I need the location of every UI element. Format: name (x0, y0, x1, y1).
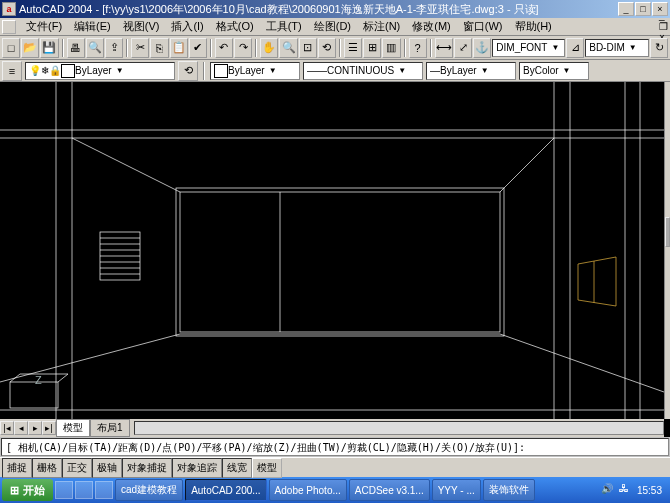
menu-help[interactable]: 帮助(H) (509, 18, 558, 35)
menubar: 文件(F) 编辑(E) 视图(V) 插入(I) 格式(O) 工具(T) 绘图(D… (0, 18, 670, 36)
paste-icon[interactable]: 📋 (170, 38, 188, 58)
undo-icon[interactable]: ↶ (215, 38, 233, 58)
status-osnap[interactable]: 对象捕捉 (122, 458, 172, 478)
titlebar: a AutoCAD 2004 - [f:\yy\ys1\2006年\2006年1… (0, 0, 670, 18)
status-ortho[interactable]: 正交 (62, 458, 92, 478)
color-swatch (214, 64, 228, 78)
tab-next-button[interactable]: ▸ (28, 421, 42, 435)
redo-icon[interactable]: ↷ (234, 38, 252, 58)
tab-prev-button[interactable]: ◂ (14, 421, 28, 435)
tab-last-button[interactable]: ▸| (42, 421, 56, 435)
menu-dimension[interactable]: 标注(N) (357, 18, 406, 35)
cut-icon[interactable]: ✂ (131, 38, 149, 58)
help-icon[interactable]: ? (409, 38, 427, 58)
minimize-button[interactable]: _ (618, 2, 634, 16)
taskbar-item-autocad[interactable]: AutoCAD 200... (185, 479, 266, 501)
zoom-previous-icon[interactable]: ⟲ (318, 38, 336, 58)
system-tray: 🔊 🖧 15:53 (595, 483, 668, 497)
dimstyle2-combo[interactable]: BD-DIM▼ (585, 39, 649, 57)
designcenter-icon[interactable]: ⊞ (363, 38, 381, 58)
windows-taskbar: ⊞ 开始 cad建模教程 AutoCAD 200... Adobe Photo.… (0, 477, 670, 503)
scrollbar-thumb[interactable] (665, 217, 670, 247)
menu-file[interactable]: 文件(F) (20, 18, 68, 35)
mdi-restore-button[interactable]: ❐ (659, 21, 668, 32)
status-lwt[interactable]: 线宽 (222, 458, 252, 478)
save-icon[interactable]: 💾 (40, 38, 58, 58)
status-model[interactable]: 模型 (252, 458, 282, 478)
dim-update-icon[interactable]: ↻ (650, 38, 668, 58)
menu-insert[interactable]: 插入(I) (165, 18, 209, 35)
lock-icon: 🔒 (49, 65, 61, 76)
dim-linear-icon[interactable]: ⟷ (435, 38, 453, 58)
plotstyle-combo[interactable]: ByColor▼ (519, 62, 589, 80)
menu-draw[interactable]: 绘图(D) (308, 18, 357, 35)
mdi-minimize-button[interactable]: _ (659, 10, 668, 21)
properties-icon[interactable]: ☰ (344, 38, 362, 58)
layer-combo[interactable]: 💡 ❄ 🔒 ByLayer ▼ (25, 62, 175, 80)
svg-rect-14 (180, 192, 500, 332)
quicklaunch-desktop-icon[interactable] (75, 481, 93, 499)
print-icon[interactable]: 🖶 (67, 38, 85, 58)
model-viewport[interactable]: Z (0, 82, 664, 419)
tray-volume-icon[interactable]: 🔊 (601, 483, 615, 497)
maximize-button[interactable]: □ (635, 2, 651, 16)
menu-modify[interactable]: 修改(M) (406, 18, 457, 35)
horizontal-scrollbar[interactable] (134, 421, 664, 435)
layer-name: ByLayer (75, 65, 112, 76)
vertical-scrollbar[interactable] (664, 82, 670, 419)
start-button[interactable]: ⊞ 开始 (2, 479, 53, 501)
ucs-z-label: Z (35, 374, 42, 386)
menu-tools[interactable]: 工具(T) (260, 18, 308, 35)
svg-line-10 (500, 334, 664, 392)
tab-model[interactable]: 模型 (56, 419, 90, 437)
open-icon[interactable]: 📂 (21, 38, 39, 58)
linetype-combo[interactable]: —— CONTINUOUS▼ (303, 62, 423, 80)
tab-layout1[interactable]: 布局1 (90, 419, 130, 437)
taskbar-item-photoshop[interactable]: Adobe Photo... (269, 479, 347, 501)
menu-edit[interactable]: 编辑(E) (68, 18, 117, 35)
layer-previous-icon[interactable]: ⟲ (178, 61, 198, 81)
tray-network-icon[interactable]: 🖧 (619, 483, 633, 497)
tab-first-button[interactable]: |◂ (0, 421, 14, 435)
taskbar-item-acdsee[interactable]: ACDSee v3.1... (349, 479, 430, 501)
menu-format[interactable]: 格式(O) (210, 18, 260, 35)
menu-view[interactable]: 视图(V) (117, 18, 166, 35)
dim-anchor-icon[interactable]: ⚓ (473, 38, 491, 58)
lightbulb-icon: 💡 (29, 65, 41, 76)
mdi-icon[interactable] (2, 20, 16, 34)
app-icon: a (2, 2, 16, 16)
publish-icon[interactable]: ⇪ (105, 38, 123, 58)
pan-icon[interactable]: ✋ (260, 38, 278, 58)
matchprop-icon[interactable]: ✔ (189, 38, 207, 58)
quicklaunch-ie-icon[interactable] (55, 481, 73, 499)
viewport-area: Z |◂ ◂ ▸ ▸| 模型 布局1 (0, 82, 670, 437)
status-grid[interactable]: 栅格 (32, 458, 62, 478)
lineweight-combo[interactable]: — ByLayer▼ (426, 62, 516, 80)
taskbar-item-decor[interactable]: 装饰软件 (483, 479, 535, 501)
color-combo[interactable]: ByLayer▼ (210, 62, 300, 80)
zoom-window-icon[interactable]: ⊡ (299, 38, 317, 58)
menu-window[interactable]: 窗口(W) (457, 18, 509, 35)
svg-line-12 (72, 138, 180, 192)
dimstyle-combo[interactable]: DIM_FONT▼ (492, 39, 565, 57)
quicklaunch-app-icon[interactable] (95, 481, 113, 499)
status-otrack[interactable]: 对象追踪 (172, 458, 222, 478)
status-snap[interactable]: 捕捉 (2, 458, 32, 478)
standard-toolbar: □ 📂 💾 🖶 🔍 ⇪ ✂ ⎘ 📋 ✔ ↶ ↷ ✋ 🔍 ⊡ ⟲ ☰ ⊞ ▥ ? … (0, 36, 670, 60)
layer-manager-icon[interactable]: ≡ (2, 61, 22, 81)
dim-tool-icon[interactable]: ⊿ (566, 38, 584, 58)
dim-aligned-icon[interactable]: ⤢ (454, 38, 472, 58)
toolpalettes-icon[interactable]: ▥ (382, 38, 400, 58)
command-line[interactable]: [ 相机(CA)/目标(TA)/距离(D)/点(PO)/平移(PA)/缩放(Z)… (1, 438, 669, 456)
taskbar-item-cad-tutorial[interactable]: cad建模教程 (115, 479, 183, 501)
preview-icon[interactable]: 🔍 (86, 38, 104, 58)
new-icon[interactable]: □ (2, 38, 20, 58)
zoom-realtime-icon[interactable]: 🔍 (279, 38, 297, 58)
copy-icon[interactable]: ⎘ (150, 38, 168, 58)
tray-clock[interactable]: 15:53 (637, 485, 662, 496)
svg-line-27 (58, 374, 68, 382)
tab-scroll-row: |◂ ◂ ▸ ▸| 模型 布局1 (0, 419, 664, 437)
svg-line-26 (10, 374, 20, 382)
taskbar-item-yyy[interactable]: YYY - ... (432, 479, 481, 501)
status-polar[interactable]: 极轴 (92, 458, 122, 478)
